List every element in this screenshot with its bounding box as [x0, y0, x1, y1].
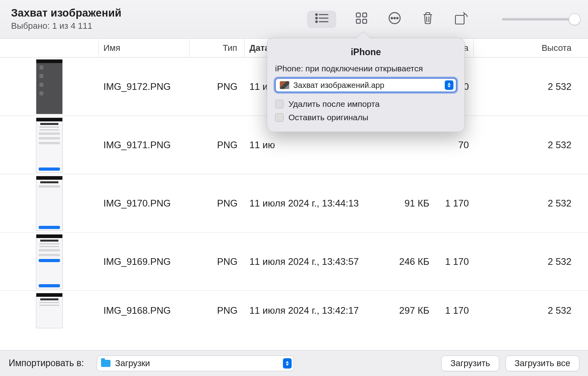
- cell-name: IMG_9169.PNG: [99, 256, 189, 267]
- download-button[interactable]: Загрузить: [441, 356, 499, 371]
- cell-type: PNG: [189, 140, 245, 151]
- cell-type: PNG: [189, 198, 245, 209]
- cell-height: 2 532: [474, 198, 588, 209]
- svg-rect-8: [356, 19, 360, 23]
- svg-point-2: [316, 17, 317, 19]
- download-all-button[interactable]: Загрузить все: [506, 356, 579, 371]
- svg-point-4: [316, 21, 317, 22]
- import-destination-value: Загрузки: [115, 358, 150, 369]
- cell-size: 297 КБ: [379, 305, 434, 316]
- rotate-button[interactable]: [453, 11, 469, 27]
- rotate-icon: [454, 11, 468, 27]
- thumbnail: [0, 117, 99, 173]
- toolbar-titles: Захват изображений Выбрано: 1 из 4 111: [11, 7, 122, 31]
- cell-width: 70: [434, 140, 474, 151]
- cell-date: 11 июля 2024 г., 13:42:17: [245, 305, 379, 316]
- device-options-popover: iPhone iPhone: при подключении открывает…: [267, 38, 465, 132]
- toolbar: Захват изображений Выбрано: 1 из 4 111: [0, 0, 588, 39]
- delete-after-import-row[interactable]: Удалить после импорта: [274, 99, 457, 109]
- delete-after-import-label: Удалить после импорта: [288, 99, 380, 109]
- cell-height: 2 532: [474, 305, 588, 316]
- cell-height: 2 532: [474, 140, 588, 151]
- slider-track[interactable]: [502, 18, 577, 20]
- thumbnail: [0, 234, 99, 289]
- cell-type: PNG: [189, 256, 245, 267]
- view-grid-button[interactable]: [354, 11, 369, 27]
- slider-thumb[interactable]: [569, 13, 581, 25]
- cell-type: PNG: [189, 81, 245, 92]
- thumbnail-size-slider[interactable]: [502, 18, 577, 20]
- thumbnail: [0, 176, 99, 231]
- svg-rect-16: [455, 15, 464, 24]
- keep-originals-row[interactable]: Оставить оригиналы: [274, 113, 457, 122]
- folder-icon: [101, 360, 110, 367]
- grid-icon: [356, 12, 367, 26]
- svg-line-14: [427, 17, 427, 22]
- selection-status: Выбрано: 1 из 4 111: [11, 21, 122, 31]
- app-title: Захват изображений: [11, 7, 122, 19]
- updown-chevron-icon: [445, 80, 453, 90]
- cell-date: 11 ию: [245, 140, 379, 151]
- app-icon: [280, 81, 289, 89]
- checkbox[interactable]: [275, 113, 284, 122]
- table-row[interactable]: IMG_9170.PNG PNG 11 июля 2024 г., 13:44:…: [0, 174, 588, 233]
- table-row[interactable]: IMG_9169.PNG PNG 11 июля 2024 г., 13:43:…: [0, 233, 588, 291]
- cell-width: 1 170: [434, 198, 474, 209]
- open-with-select[interactable]: Захват изображений.app: [274, 77, 457, 93]
- updown-chevron-icon: [283, 358, 292, 369]
- open-with-label: iPhone: при подключении открывается: [274, 64, 457, 73]
- cell-width: 1 170: [434, 305, 474, 316]
- table-row[interactable]: IMG_9168.PNG PNG 11 июля 2024 г., 13:42:…: [0, 291, 588, 330]
- cell-name: IMG_9170.PNG: [99, 198, 189, 209]
- cell-height: 2 532: [474, 256, 588, 267]
- open-with-value: Захват изображений.app: [293, 81, 384, 90]
- col-thumbnail[interactable]: [0, 39, 99, 57]
- delete-button[interactable]: [420, 11, 436, 27]
- popover-title: iPhone: [274, 47, 457, 58]
- import-to-label: Импортировать в:: [9, 358, 84, 369]
- trash-icon: [422, 11, 434, 27]
- import-destination-select[interactable]: Загрузки: [97, 356, 294, 371]
- checkbox[interactable]: [275, 100, 284, 108]
- cell-height: 2 532: [474, 81, 588, 92]
- svg-rect-9: [363, 19, 367, 23]
- thumbnail: [0, 59, 99, 114]
- cell-date: 11 июля 2024 г., 13:43:57: [245, 256, 379, 267]
- col-height[interactable]: Высота: [474, 39, 588, 57]
- cell-date: 11 июля 2024 г., 13:44:13: [245, 198, 379, 209]
- svg-point-12: [394, 17, 395, 19]
- cell-size: 246 КБ: [379, 256, 434, 267]
- view-list-button[interactable]: [307, 11, 336, 28]
- ellipsis-circle-icon: [388, 11, 401, 27]
- cell-type: PNG: [189, 305, 245, 316]
- cell-size: 91 КБ: [379, 198, 434, 209]
- svg-line-15: [429, 17, 429, 22]
- cell-width: 1 170: [434, 256, 474, 267]
- thumbnail: [0, 293, 99, 328]
- list-icon: [315, 13, 328, 25]
- more-options-button[interactable]: [387, 11, 403, 27]
- col-type[interactable]: Тип: [189, 39, 245, 57]
- svg-point-13: [397, 17, 398, 19]
- svg-point-11: [391, 17, 393, 19]
- footer: Импортировать в: Загрузки Загрузить Загр…: [0, 350, 588, 376]
- cell-name: IMG_9168.PNG: [99, 305, 189, 316]
- svg-rect-6: [356, 13, 360, 17]
- col-name[interactable]: Имя: [99, 39, 189, 57]
- svg-point-0: [316, 14, 317, 15]
- cell-name: IMG_9171.PNG: [99, 140, 189, 151]
- keep-originals-label: Оставить оригиналы: [288, 113, 368, 122]
- toolbar-buttons: [307, 11, 577, 28]
- svg-rect-7: [363, 13, 367, 17]
- cell-name: IMG_9172.PNG: [99, 81, 189, 92]
